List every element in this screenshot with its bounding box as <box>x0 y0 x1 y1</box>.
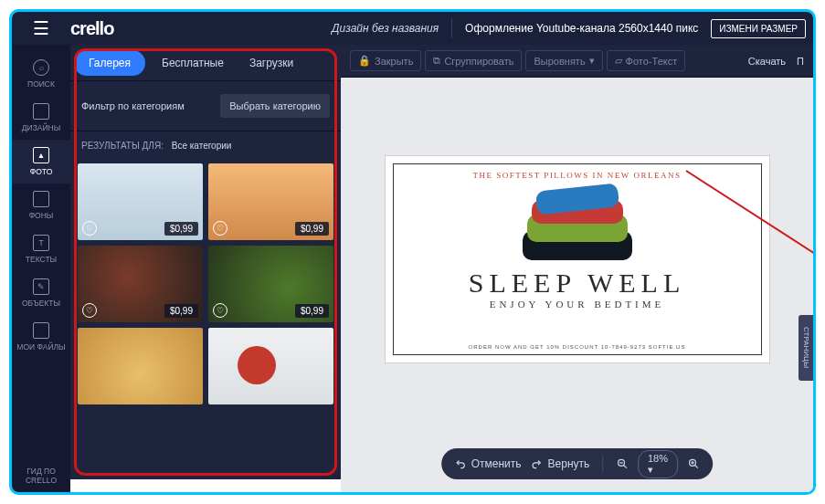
price-badge: $0,99 <box>164 304 198 318</box>
group-icon: ⧉ <box>433 55 440 67</box>
results-row: РЕЗУЛЬТАТЫ ДЛЯ: Все категории <box>70 131 341 160</box>
photo-grid: ♡$0,99 ♡$0,99 ♡$0,99 ♡$0,99 <box>70 160 341 408</box>
nav-label: ОБЪЕКТЫ <box>22 299 60 308</box>
side-panel-wrap: Галерея Бесплатные Загрузки Фильтр по ка… <box>70 45 341 479</box>
top-bar: ☰ crello Дизайн без названия Оформление … <box>12 12 813 45</box>
phototext-button[interactable]: ▱ Фото-Текст <box>607 50 686 71</box>
svg-line-3 <box>624 466 627 468</box>
zoom-in-icon <box>687 457 700 470</box>
tab-free[interactable]: Бесплатные <box>149 45 237 80</box>
nav-myfiles[interactable]: МОИ ФАЙЛЫ <box>12 315 70 359</box>
backgrounds-icon <box>33 191 49 207</box>
nav-backgrounds[interactable]: ФОНЫ <box>12 184 70 227</box>
search-icon: ⌕ <box>33 59 49 76</box>
close-button[interactable]: 🔒 Закрыть <box>350 50 421 71</box>
category-select[interactable]: Выбрать категорию <box>220 94 330 118</box>
zoom-level[interactable]: 18% ▾ <box>638 450 678 478</box>
filter-row: Фильтр по категориям Выбрать категорию <box>70 81 341 131</box>
lock-icon: 🔒 <box>358 55 371 67</box>
price-badge: $0,99 <box>164 222 198 236</box>
tab-uploads[interactable]: Загрузки <box>237 45 306 80</box>
undo-label: Отменить <box>471 457 522 470</box>
results-label: РЕЗУЛЬТАТЫ ДЛЯ: <box>81 141 164 151</box>
price-badge: $0,99 <box>295 222 329 236</box>
heart-icon[interactable]: ♡ <box>213 221 227 236</box>
zoom-in-button[interactable] <box>687 457 700 470</box>
chevron-down-icon: ▾ <box>589 55 595 67</box>
artboard-heading: SLEEP WELL <box>386 268 769 299</box>
app-frame: ☰ crello Дизайн без названия Оформление … <box>9 9 816 495</box>
zoom-bar: Отменить Вернуть 18% ▾ <box>441 448 714 479</box>
nav-label: ФОТО <box>30 167 53 176</box>
nav-search[interactable]: ⌕ПОИСК <box>12 52 70 96</box>
nav-label: ТЕКСТЫ <box>26 255 57 264</box>
align-label: Выровнять <box>534 56 585 67</box>
download-button[interactable]: Скачать <box>748 56 786 67</box>
artboard-footer: ORDER NOW AND GET 10% DISCOUNT 10-7849-9… <box>386 344 769 350</box>
menu-icon: ☰ <box>33 17 49 39</box>
nav-label: ПОИСК <box>27 79 55 89</box>
phototext-label: Фото-Текст <box>626 56 678 67</box>
group-button[interactable]: ⧉ Сгруппировать <box>425 50 522 71</box>
svg-line-7 <box>695 466 698 468</box>
photo-thumb[interactable] <box>208 328 333 404</box>
artboard-subheading: ENJOY YOUR BEDTIME <box>386 299 769 310</box>
photo-panel: Галерея Бесплатные Загрузки Фильтр по ка… <box>70 45 341 479</box>
more-label[interactable]: П <box>797 56 804 67</box>
heart-icon[interactable]: ♡ <box>213 303 227 318</box>
pillow-image <box>518 187 637 260</box>
redo-button[interactable]: Вернуть <box>531 457 590 470</box>
align-button[interactable]: Выровнять ▾ <box>525 50 602 71</box>
nav-label: ДИЗАЙНЫ <box>22 123 60 132</box>
nav-designs[interactable]: ДИЗАЙНЫ <box>12 96 70 140</box>
canvas-area[interactable]: THE SOFTEST PILLOWS IN NEW ORLEANS SLEEP… <box>341 78 813 492</box>
photo-thumb[interactable]: ♡$0,99 <box>78 246 203 322</box>
divider <box>451 18 452 38</box>
pages-tab[interactable]: СТРАНИЦЫ <box>799 315 813 381</box>
nav-photo[interactable]: ▲ФОТО <box>12 140 70 184</box>
photo-icon: ▲ <box>33 147 49 163</box>
artboard[interactable]: THE SOFTEST PILLOWS IN NEW ORLEANS SLEEP… <box>386 156 769 362</box>
filter-label: Фильтр по категориям <box>81 100 185 111</box>
templates-icon <box>33 103 49 120</box>
redo-label: Вернуть <box>548 457 590 470</box>
logo: crello <box>70 18 113 39</box>
price-badge: $0,99 <box>295 304 329 318</box>
nav-label: ФОНЫ <box>29 211 54 220</box>
photo-thumb[interactable]: ♡$0,99 <box>208 246 333 322</box>
nav-guide[interactable]: ГИД ПО CRELLO <box>12 459 70 492</box>
canvas-format: Оформление Youtube-канала 2560x1440 пикс <box>465 22 698 35</box>
context-toolbar: 🔒 Закрыть ⧉ Сгруппировать Выровнять ▾ ▱ … <box>341 45 813 78</box>
image-icon: ▱ <box>615 55 622 67</box>
text-icon: T <box>33 235 49 251</box>
undo-button[interactable]: Отменить <box>454 457 522 470</box>
results-value: Все категории <box>172 141 232 151</box>
photo-thumb[interactable]: ♡$0,99 <box>78 163 203 240</box>
group-label: Сгруппировать <box>444 56 513 67</box>
close-label: Закрыть <box>375 56 413 67</box>
nav-objects[interactable]: ✎ОБЪЕКТЫ <box>12 271 70 315</box>
separator <box>602 456 603 472</box>
heart-icon[interactable]: ♡ <box>82 221 97 236</box>
folder-icon <box>33 322 49 339</box>
artboard-tagline: THE SOFTEST PILLOWS IN NEW ORLEANS <box>386 171 769 180</box>
undo-icon <box>454 457 467 470</box>
hamburger-menu[interactable]: ☰ <box>12 17 70 39</box>
heart-icon[interactable]: ♡ <box>82 303 97 318</box>
panel-tabs: Галерея Бесплатные Загрузки <box>70 45 341 81</box>
photo-thumb[interactable]: ♡$0,99 <box>208 163 333 240</box>
zoom-value: 18% <box>648 453 668 464</box>
nav-texts[interactable]: TТЕКСТЫ <box>12 227 70 271</box>
redo-icon <box>531 457 544 470</box>
left-nav: ⌕ПОИСК ДИЗАЙНЫ ▲ФОТО ФОНЫ TТЕКСТЫ ✎ОБЪЕК… <box>12 45 70 492</box>
tab-gallery[interactable]: Галерея <box>74 50 145 76</box>
zoom-out-icon <box>616 457 629 470</box>
nav-label: ГИД ПО CRELLO <box>14 467 69 485</box>
zoom-out-button[interactable] <box>616 457 629 470</box>
objects-icon: ✎ <box>33 278 49 295</box>
project-title[interactable]: Дизайн без названия <box>332 22 439 35</box>
resize-button[interactable]: ИЗМЕНИ РАЗМЕР <box>711 19 806 38</box>
nav-label: МОИ ФАЙЛЫ <box>16 342 65 352</box>
photo-thumb[interactable] <box>78 328 203 404</box>
